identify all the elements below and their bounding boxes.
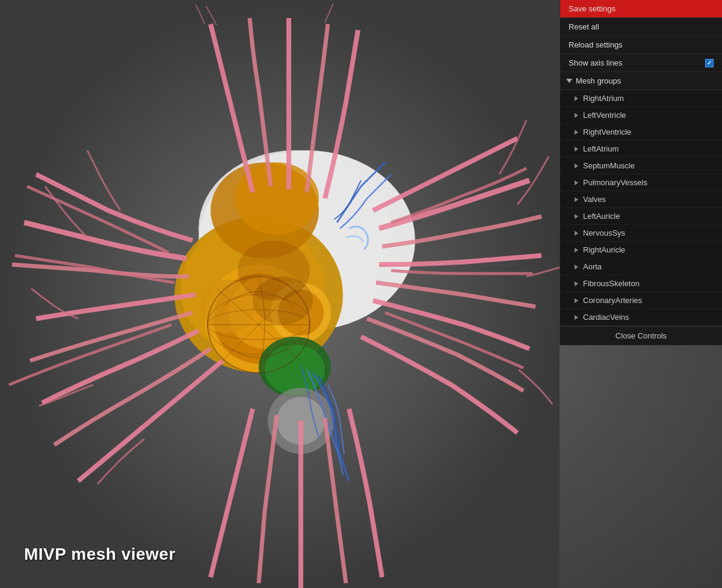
mesh-group-item-septum-muscle[interactable]: SeptumMuscle — [560, 158, 722, 174]
mesh-group-arrow-fibrous-skeleton — [575, 281, 578, 286]
mesh-groups-expand-icon — [566, 79, 572, 83]
reload-settings-button[interactable]: Reload settings — [560, 36, 722, 54]
mesh-group-label-coronary-arteries: CoronaryArteries — [583, 296, 642, 305]
mesh-group-arrow-right-auricle — [575, 248, 578, 253]
mesh-group-item-valves[interactable]: Valves — [560, 191, 722, 208]
mesh-group-item-right-atrium[interactable]: RightAtrium — [560, 90, 722, 107]
mesh-group-item-right-auricle[interactable]: RightAuricle — [560, 242, 722, 259]
svg-point-29 — [253, 277, 313, 325]
reload-settings-label: Reload settings — [569, 40, 714, 49]
mesh-group-item-fibrous-skeleton[interactable]: FibrousSkeleton — [560, 275, 722, 292]
mesh-group-arrow-cardiac-veins — [575, 315, 578, 320]
mesh-group-arrow-valves — [575, 197, 578, 202]
mesh-group-label-valves: Valves — [583, 195, 606, 204]
mesh-group-label-left-ventricle: LeftVentricle — [583, 111, 626, 120]
mesh-group-label-nervous-sys: NervousSys — [583, 228, 625, 237]
mesh-group-item-coronary-arteries[interactable]: CoronaryArteries — [560, 292, 722, 309]
mesh-group-arrow-aorta — [575, 265, 578, 269]
mesh-group-label-right-ventricle: RightVentricle — [583, 127, 631, 136]
close-controls-label: Close Controls — [616, 331, 667, 340]
mesh-group-item-pulmonary-vessels[interactable]: PulmonaryVessels — [560, 174, 722, 191]
mesh-group-arrow-nervous-sys — [575, 231, 578, 236]
mesh-group-label-fibrous-skeleton: FibrousSkeleton — [583, 279, 640, 288]
save-settings-button[interactable]: Save settings — [560, 0, 722, 18]
mesh-group-item-left-atrium[interactable]: LeftAtrium — [560, 141, 722, 158]
mesh-group-arrow-septum-muscle — [575, 164, 578, 168]
mesh-group-label-pulmonary-vessels: PulmonaryVessels — [583, 178, 647, 187]
mesh-group-item-left-auricle[interactable]: LeftAuricle — [560, 208, 722, 225]
mesh-group-arrow-coronary-arteries — [575, 298, 578, 303]
reset-all-button[interactable]: Reset all — [560, 18, 722, 36]
mesh-group-item-cardiac-veins[interactable]: CardiacVeins — [560, 309, 722, 326]
mesh-group-item-left-ventricle[interactable]: LeftVentricle — [560, 107, 722, 124]
mesh-groups-header[interactable]: Mesh groups — [560, 72, 722, 90]
app-title: MIVP mesh viewer — [24, 545, 176, 564]
mesh-group-label-right-auricle: RightAuricle — [583, 245, 625, 254]
mesh-group-label-right-atrium: RightAtrium — [583, 94, 624, 103]
mesh-group-arrow-left-auricle — [575, 214, 578, 219]
mesh-group-arrow-left-atrium — [575, 147, 578, 152]
heart-mesh-visualization — [0, 0, 560, 588]
control-panel: Save settings Reset all Reload settings … — [560, 0, 722, 345]
reset-all-label: Reset all — [569, 22, 714, 31]
mesh-group-label-aorta: Aorta — [583, 262, 602, 271]
show-axis-lines-row[interactable]: Show axis lines — [560, 54, 722, 72]
mesh-group-label-left-auricle: LeftAuricle — [583, 212, 620, 221]
show-axis-lines-label: Show axis lines — [569, 58, 700, 67]
mesh-group-label-left-atrium: LeftAtrium — [583, 144, 619, 153]
mesh-group-list: RightAtriumLeftVentricleRightVentricleLe… — [560, 90, 722, 326]
close-controls-button[interactable]: Close Controls — [560, 326, 722, 345]
mesh-groups-label: Mesh groups — [576, 76, 621, 85]
mesh-group-item-aorta[interactable]: Aorta — [560, 259, 722, 275]
mesh-group-arrow-right-ventricle — [575, 130, 578, 135]
mesh-group-arrow-pulmonary-vessels — [575, 180, 578, 185]
mesh-group-item-right-ventricle[interactable]: RightVentricle — [560, 124, 722, 141]
mesh-group-arrow-left-ventricle — [575, 113, 578, 118]
mesh-group-label-septum-muscle: SeptumMuscle — [583, 161, 635, 170]
save-settings-label: Save settings — [569, 4, 714, 13]
mesh-group-item-nervous-sys[interactable]: NervousSys — [560, 225, 722, 242]
svg-point-19 — [265, 345, 325, 395]
show-axis-lines-checkbox[interactable] — [705, 59, 714, 67]
mesh-group-label-cardiac-veins: CardiacVeins — [583, 313, 629, 322]
mesh-group-arrow-right-atrium — [575, 96, 578, 101]
